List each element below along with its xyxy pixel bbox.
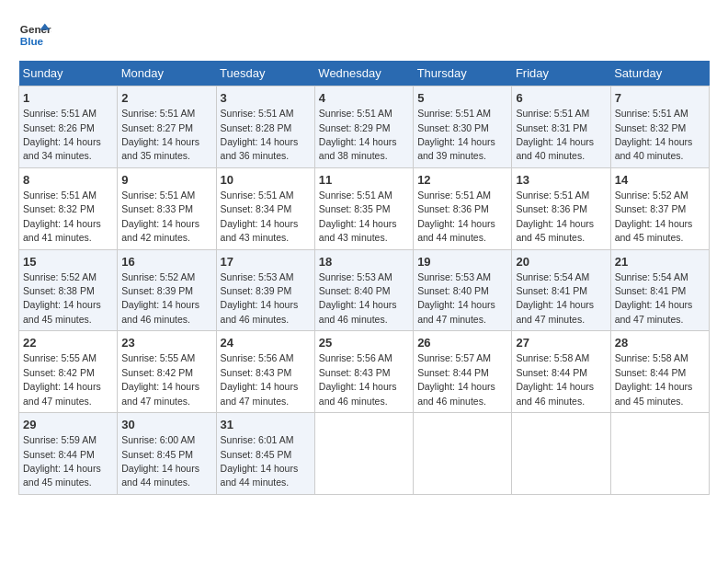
- calendar-day-26: 26Sunrise: 5:57 AMSunset: 8:44 PMDayligh…: [414, 331, 512, 413]
- calendar-day-18: 18Sunrise: 5:53 AMSunset: 8:40 PMDayligh…: [314, 249, 413, 331]
- calendar-day-6: 6Sunrise: 5:51 AMSunset: 8:31 PMDaylight…: [512, 86, 610, 168]
- column-header-saturday: Saturday: [610, 61, 709, 86]
- empty-cell: [314, 413, 413, 495]
- calendar-day-24: 24Sunrise: 5:56 AMSunset: 8:43 PMDayligh…: [216, 331, 314, 413]
- empty-cell: [414, 413, 512, 495]
- empty-cell: [512, 413, 610, 495]
- calendar-day-1: 1Sunrise: 5:51 AMSunset: 8:26 PMDaylight…: [19, 86, 118, 168]
- column-header-monday: Monday: [118, 61, 216, 86]
- calendar-week-5: 29Sunrise: 5:59 AMSunset: 8:44 PMDayligh…: [19, 413, 710, 495]
- calendar-day-28: 28Sunrise: 5:58 AMSunset: 8:44 PMDayligh…: [610, 331, 709, 413]
- calendar-day-11: 11Sunrise: 5:51 AMSunset: 8:35 PMDayligh…: [314, 167, 413, 249]
- calendar-day-8: 8Sunrise: 5:51 AMSunset: 8:32 PMDaylight…: [19, 167, 118, 249]
- column-header-friday: Friday: [512, 61, 610, 86]
- svg-text:Blue: Blue: [20, 35, 44, 47]
- calendar-day-22: 22Sunrise: 5:55 AMSunset: 8:42 PMDayligh…: [19, 331, 118, 413]
- logo: General Blue: [18, 18, 51, 52]
- calendar-day-19: 19Sunrise: 5:53 AMSunset: 8:40 PMDayligh…: [414, 249, 512, 331]
- calendar-day-21: 21Sunrise: 5:54 AMSunset: 8:41 PMDayligh…: [610, 249, 709, 331]
- calendar-day-13: 13Sunrise: 5:51 AMSunset: 8:36 PMDayligh…: [512, 167, 610, 249]
- page-header: General Blue: [18, 18, 710, 52]
- calendar-day-12: 12Sunrise: 5:51 AMSunset: 8:36 PMDayligh…: [414, 167, 512, 249]
- calendar-day-17: 17Sunrise: 5:53 AMSunset: 8:39 PMDayligh…: [216, 249, 314, 331]
- calendar-table: SundayMondayTuesdayWednesdayThursdayFrid…: [18, 61, 710, 495]
- calendar-day-23: 23Sunrise: 5:55 AMSunset: 8:42 PMDayligh…: [118, 331, 216, 413]
- calendar-day-16: 16Sunrise: 5:52 AMSunset: 8:39 PMDayligh…: [118, 249, 216, 331]
- logo-icon: General Blue: [18, 18, 51, 52]
- calendar-day-7: 7Sunrise: 5:51 AMSunset: 8:32 PMDaylight…: [610, 86, 709, 168]
- column-header-tuesday: Tuesday: [216, 61, 314, 86]
- calendar-week-4: 22Sunrise: 5:55 AMSunset: 8:42 PMDayligh…: [19, 331, 710, 413]
- calendar-day-2: 2Sunrise: 5:51 AMSunset: 8:27 PMDaylight…: [118, 86, 216, 168]
- calendar-day-25: 25Sunrise: 5:56 AMSunset: 8:43 PMDayligh…: [314, 331, 413, 413]
- calendar-day-27: 27Sunrise: 5:58 AMSunset: 8:44 PMDayligh…: [512, 331, 610, 413]
- calendar-week-2: 8Sunrise: 5:51 AMSunset: 8:32 PMDaylight…: [19, 167, 710, 249]
- calendar-day-9: 9Sunrise: 5:51 AMSunset: 8:33 PMDaylight…: [118, 167, 216, 249]
- column-header-sunday: Sunday: [19, 61, 118, 86]
- calendar-day-5: 5Sunrise: 5:51 AMSunset: 8:30 PMDaylight…: [414, 86, 512, 168]
- calendar-day-14: 14Sunrise: 5:52 AMSunset: 8:37 PMDayligh…: [610, 167, 709, 249]
- calendar-week-1: 1Sunrise: 5:51 AMSunset: 8:26 PMDaylight…: [19, 86, 710, 168]
- calendar-day-31: 31Sunrise: 6:01 AMSunset: 8:45 PMDayligh…: [216, 413, 314, 495]
- calendar-day-30: 30Sunrise: 6:00 AMSunset: 8:45 PMDayligh…: [118, 413, 216, 495]
- calendar-week-3: 15Sunrise: 5:52 AMSunset: 8:38 PMDayligh…: [19, 249, 710, 331]
- calendar-day-20: 20Sunrise: 5:54 AMSunset: 8:41 PMDayligh…: [512, 249, 610, 331]
- calendar-day-29: 29Sunrise: 5:59 AMSunset: 8:44 PMDayligh…: [19, 413, 118, 495]
- column-header-thursday: Thursday: [414, 61, 512, 86]
- calendar-day-4: 4Sunrise: 5:51 AMSunset: 8:29 PMDaylight…: [314, 86, 413, 168]
- calendar-day-15: 15Sunrise: 5:52 AMSunset: 8:38 PMDayligh…: [19, 249, 118, 331]
- column-header-wednesday: Wednesday: [314, 61, 413, 86]
- empty-cell: [610, 413, 709, 495]
- calendar-day-3: 3Sunrise: 5:51 AMSunset: 8:28 PMDaylight…: [216, 86, 314, 168]
- calendar-day-10: 10Sunrise: 5:51 AMSunset: 8:34 PMDayligh…: [216, 167, 314, 249]
